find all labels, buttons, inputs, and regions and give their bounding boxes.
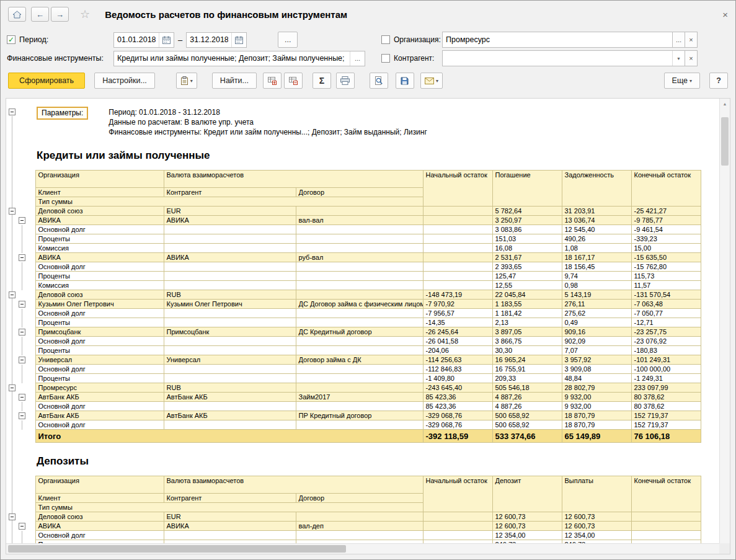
generate-button[interactable]: Сформировать (8, 73, 85, 89)
cell-text[interactable] (296, 531, 423, 540)
cell-value[interactable]: 2,13 (492, 318, 562, 327)
cell-value[interactable] (423, 512, 492, 522)
cell-value[interactable] (423, 522, 492, 531)
cell-text[interactable] (296, 234, 423, 244)
cell-text[interactable]: Универсал (35, 355, 164, 365)
cell-text[interactable]: Договор займа с ДК (296, 355, 423, 365)
cell-value[interactable]: 533 374,66 (492, 430, 562, 443)
cell-value[interactable]: 2 393,65 (492, 262, 562, 272)
cell-text[interactable]: АВИКА (35, 216, 164, 225)
cell-value[interactable]: -26 245,64 (423, 327, 492, 337)
cell-value[interactable]: 115,73 (631, 272, 701, 281)
cell-value[interactable]: 275,62 (562, 309, 631, 318)
favorite-star-icon[interactable]: ☆ (80, 7, 90, 21)
cell-value[interactable]: 152 719,37 (631, 420, 701, 430)
cell-value[interactable]: 1 183,55 (492, 300, 562, 309)
cell-text[interactable] (296, 383, 423, 393)
params-label[interactable]: Параметры: (37, 107, 88, 120)
cell-text[interactable]: Основной долг (35, 365, 164, 374)
cell-text[interactable]: Примсоцбанк (164, 327, 296, 337)
contragent-dropdown-button[interactable]: ▼ (672, 51, 685, 66)
cell-text[interactable]: Основной долг (35, 420, 164, 430)
cell-text[interactable]: вал-вал (296, 216, 423, 225)
cell-text[interactable]: АВИКА (164, 522, 296, 531)
close-icon[interactable]: × (722, 9, 728, 20)
cell-text[interactable]: АВИКА (35, 522, 164, 531)
cell-value[interactable]: 902,09 (562, 337, 631, 346)
cell-value[interactable]: 3 083,86 (492, 225, 562, 234)
cell-value[interactable]: -7 063,48 (631, 300, 701, 309)
organization-input[interactable] (443, 32, 672, 47)
cell-text[interactable] (164, 374, 296, 383)
cell-text[interactable]: АвтБанк АКБ (164, 411, 296, 420)
cell-value[interactable]: -148 473,19 (423, 290, 492, 300)
cell-text[interactable] (164, 365, 296, 374)
cell-value[interactable]: 2 531,67 (492, 253, 562, 262)
cell-text[interactable] (296, 272, 423, 281)
horizontal-scroll-thumb[interactable] (8, 545, 346, 553)
organization-checkbox[interactable] (381, 35, 390, 44)
cell-value[interactable]: -26 041,58 (423, 337, 492, 346)
cell-text[interactable]: Проценты (35, 272, 164, 281)
cell-text[interactable] (296, 337, 423, 346)
cell-value[interactable]: 4 887,26 (492, 393, 562, 402)
cell-value[interactable]: -9 461,54 (631, 225, 701, 234)
cell-value[interactable]: -392 118,59 (423, 430, 492, 443)
collapse-toggle[interactable] (19, 412, 25, 419)
cell-value[interactable]: -329 068,76 (423, 411, 492, 420)
cell-value[interactable]: 31 203,91 (562, 207, 631, 216)
collapse-toggle[interactable] (19, 394, 25, 401)
cell-text[interactable]: Промресурс (35, 383, 164, 393)
expand-groups-button[interactable] (263, 73, 282, 89)
cell-text[interactable]: АВИКА (164, 216, 296, 225)
cell-value[interactable]: -15 762,80 (631, 262, 701, 272)
cell-text[interactable]: Итого (35, 430, 423, 443)
cell-value[interactable]: 65 149,89 (562, 430, 631, 443)
more-button[interactable]: Еще ▾ (664, 73, 700, 89)
date-to-input[interactable] (187, 33, 231, 47)
date-from-input[interactable] (114, 33, 159, 47)
cell-text[interactable] (296, 365, 423, 374)
cell-text[interactable] (296, 244, 423, 253)
cell-value[interactable]: 16 965,24 (492, 355, 562, 365)
cell-text[interactable]: RUB (164, 290, 296, 300)
cell-value[interactable]: 12 600,73 (562, 522, 631, 531)
cell-value[interactable] (631, 531, 701, 540)
cell-value[interactable] (423, 281, 492, 290)
cell-text[interactable]: вал-деп (296, 522, 423, 531)
cell-text[interactable]: Основной долг (35, 337, 164, 346)
cell-value[interactable] (423, 262, 492, 272)
instruments-more-button[interactable]: ... (350, 51, 365, 66)
cell-value[interactable]: 12 354,00 (562, 531, 631, 540)
cell-text[interactable]: Основной долг (35, 531, 164, 540)
cell-value[interactable]: -7 970,92 (423, 300, 492, 309)
collapse-toggle[interactable] (9, 384, 16, 391)
cell-text[interactable] (296, 318, 423, 327)
cell-value[interactable]: 12 600,73 (492, 522, 562, 531)
cell-value[interactable]: 76 106,18 (631, 430, 701, 443)
date-to-calendar-button[interactable] (231, 33, 246, 47)
cell-value[interactable]: 22 045,84 (492, 290, 562, 300)
scroll-up-icon[interactable]: ▲ (720, 99, 730, 109)
collapse-toggle-root[interactable] (9, 109, 16, 115)
cell-text[interactable] (164, 272, 296, 281)
cell-text[interactable]: Примсоцбанк (35, 327, 164, 337)
cell-value[interactable]: 16 755,91 (492, 365, 562, 374)
cell-value[interactable]: 151,03 (492, 234, 562, 244)
cell-value[interactable]: -329 068,76 (423, 420, 492, 430)
date-from-calendar-button[interactable] (159, 33, 174, 47)
cell-value[interactable]: 18 870,79 (562, 420, 631, 430)
cell-text[interactable]: Универсал (164, 355, 296, 365)
cell-value[interactable]: 276,11 (562, 300, 631, 309)
cell-text[interactable]: Основной долг (35, 402, 164, 411)
contragent-clear-button[interactable]: × (685, 50, 698, 66)
cell-text[interactable]: Кузьмин Олег Петрович (35, 300, 164, 309)
cell-text[interactable] (164, 531, 296, 540)
cell-text[interactable]: Основной долг (35, 262, 164, 272)
forward-button[interactable]: → (51, 7, 69, 22)
cell-value[interactable]: 80 378,62 (631, 402, 701, 411)
collapse-toggle[interactable] (19, 301, 25, 308)
print-button[interactable] (336, 73, 355, 89)
cell-value[interactable]: -339,23 (631, 234, 701, 244)
cell-text[interactable] (164, 244, 296, 253)
